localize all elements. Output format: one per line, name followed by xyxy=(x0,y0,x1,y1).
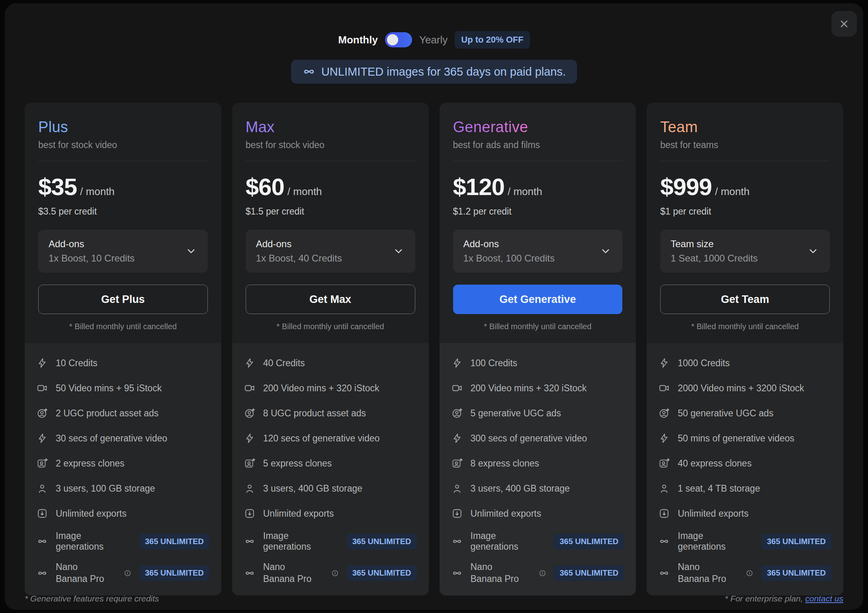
chevron-down-icon xyxy=(807,245,819,258)
pricing-modal: Monthly Yearly Up to 20% OFF UNLIMITED i… xyxy=(5,3,863,610)
feature-text: Unlimited exports xyxy=(678,508,749,519)
feature-text: 40 Credits xyxy=(263,358,305,369)
addons-dropdown[interactable]: Add-ons 1x Boost, 40 Credits xyxy=(246,230,415,273)
info-icon[interactable] xyxy=(746,568,753,578)
export-icon xyxy=(452,508,463,519)
feature-row: 2000 Video mins + 3200 iStock xyxy=(659,380,831,396)
feature-text: Unlimited exports xyxy=(56,508,127,519)
feature-text: 40 express clones xyxy=(678,458,751,469)
team-size-dropdown[interactable]: Team size 1 Seat, 1000 Credits xyxy=(660,230,830,273)
per-credit: $1 per credit xyxy=(660,206,830,217)
infinity-icon xyxy=(244,536,255,547)
feature-row: 8 express clones xyxy=(452,455,624,471)
plan-tagline: best for stock video xyxy=(246,140,415,150)
feature-row: Image generations365 UNLIMITED xyxy=(37,531,209,552)
selector-label: Team size xyxy=(671,238,758,250)
bolt-icon xyxy=(452,357,463,369)
billing-note: * Billed monthly until cancelled xyxy=(38,322,208,331)
yearly-label: Yearly xyxy=(419,34,448,46)
chevron-down-icon xyxy=(185,245,197,258)
plan-period: / month xyxy=(715,185,750,198)
feature-row: 300 secs of generative video xyxy=(452,430,624,446)
unlimited-badge: 365 UNLIMITED xyxy=(554,565,624,581)
info-icon[interactable] xyxy=(331,568,339,578)
feature-row: Nano Banana Pro365 UNLIMITED xyxy=(244,561,417,585)
feature-text: Nano Banana Pro xyxy=(56,561,105,585)
feature-row: 200 Video mins + 320 iStock xyxy=(452,380,624,396)
feature-text: 8 UGC product asset ads xyxy=(263,408,366,419)
feature-row: Unlimited exports xyxy=(244,506,417,521)
infinity-icon xyxy=(37,536,48,547)
feature-row: 2 express clones xyxy=(37,455,209,471)
ugc-person-icon xyxy=(244,408,255,419)
plan-price: $999 xyxy=(660,173,712,201)
info-icon[interactable] xyxy=(539,568,546,578)
feature-list: 1000 Credits 2000 Video mins + 3200 iSto… xyxy=(647,343,843,595)
feature-text: 120 secs of generative video xyxy=(263,433,380,444)
bolt-icon xyxy=(244,433,255,444)
feature-list: 10 Credits 50 Video mins + 95 iStock 2 U… xyxy=(25,343,221,595)
user-icon xyxy=(659,483,670,494)
feature-row: Nano Banana Pro365 UNLIMITED xyxy=(452,561,624,585)
video-camera-icon xyxy=(244,383,255,394)
plan-card-plus: Plus best for stock video $35 / month $3… xyxy=(25,103,221,595)
feature-row: Image generations365 UNLIMITED xyxy=(244,531,417,552)
ugc-person-icon xyxy=(659,408,670,419)
contact-us-link[interactable]: contact us xyxy=(805,594,843,603)
plan-period: / month xyxy=(508,185,542,198)
feature-text: 5 generative UGC ads xyxy=(471,408,561,419)
feature-row: Unlimited exports xyxy=(659,506,831,521)
feature-row: Image generations365 UNLIMITED xyxy=(659,531,831,552)
feature-text: 50 Video mins + 95 iStock xyxy=(56,383,162,394)
feature-row: 3 users, 400 GB storage xyxy=(244,480,417,496)
unlimited-badge: 365 UNLIMITED xyxy=(761,565,831,581)
feature-text: 8 express clones xyxy=(471,458,540,469)
addons-dropdown[interactable]: Add-ons 1x Boost, 100 Credits xyxy=(453,230,623,273)
per-credit: $1.2 per credit xyxy=(453,206,623,217)
get-generative-button[interactable]: Get Generative xyxy=(453,285,623,314)
feature-row: 3 users, 400 GB storage xyxy=(452,480,624,496)
plan-period: / month xyxy=(80,185,115,198)
divider xyxy=(246,161,415,161)
clone-person-icon xyxy=(244,458,255,469)
chevron-down-icon xyxy=(392,245,405,258)
addons-dropdown[interactable]: Add-ons 1x Boost, 10 Credits xyxy=(38,230,208,273)
plan-card-generative: Generative best for ads and films $120 /… xyxy=(440,103,636,595)
feature-row: 1 seat, 4 TB storage xyxy=(659,480,831,496)
bolt-icon xyxy=(37,357,48,369)
per-credit: $3.5 per credit xyxy=(38,206,208,217)
selector-label: Add-ons xyxy=(256,238,342,250)
bolt-icon xyxy=(244,357,255,369)
feature-row: 3 users, 100 GB storage xyxy=(37,480,209,496)
monthly-label: Monthly xyxy=(338,34,378,46)
unlimited-badge: 365 UNLIMITED xyxy=(761,534,831,549)
billing-toggle-row: Monthly Yearly Up to 20% OFF xyxy=(5,31,863,49)
feature-text: Image generations xyxy=(471,531,546,552)
infinity-icon xyxy=(37,568,48,579)
feature-text: Unlimited exports xyxy=(471,508,542,519)
feature-text: Image generations xyxy=(56,531,131,552)
feature-text: 2 express clones xyxy=(56,458,125,469)
unlimited-badge: 365 UNLIMITED xyxy=(139,565,209,581)
feature-text: 3 users, 400 GB storage xyxy=(471,483,570,494)
feature-row: 2 UGC product asset ads xyxy=(37,405,209,421)
feature-row: 50 Video mins + 95 iStock xyxy=(37,380,209,396)
video-camera-icon xyxy=(452,383,463,394)
feature-text: Nano Banana Pro xyxy=(471,561,520,585)
toggle-knob xyxy=(387,34,398,45)
plan-title: Plus xyxy=(38,119,208,136)
bolt-icon xyxy=(659,433,670,444)
plan-price: $120 xyxy=(453,173,504,201)
get-max-button[interactable]: Get Max xyxy=(246,285,415,314)
info-icon[interactable] xyxy=(124,568,131,578)
selector-value: 1x Boost, 10 Credits xyxy=(49,253,135,264)
get-team-button[interactable]: Get Team xyxy=(660,285,830,314)
feature-list: 40 Credits 200 Video mins + 320 iStock 8… xyxy=(232,343,429,595)
feature-text: Nano Banana Pro xyxy=(678,561,727,585)
feature-row: Image generations365 UNLIMITED xyxy=(452,531,624,552)
bolt-icon xyxy=(37,433,48,444)
billing-period-toggle[interactable] xyxy=(385,32,412,47)
close-button[interactable] xyxy=(831,11,857,37)
get-plus-button[interactable]: Get Plus xyxy=(38,285,208,314)
ugc-person-icon xyxy=(37,408,48,419)
